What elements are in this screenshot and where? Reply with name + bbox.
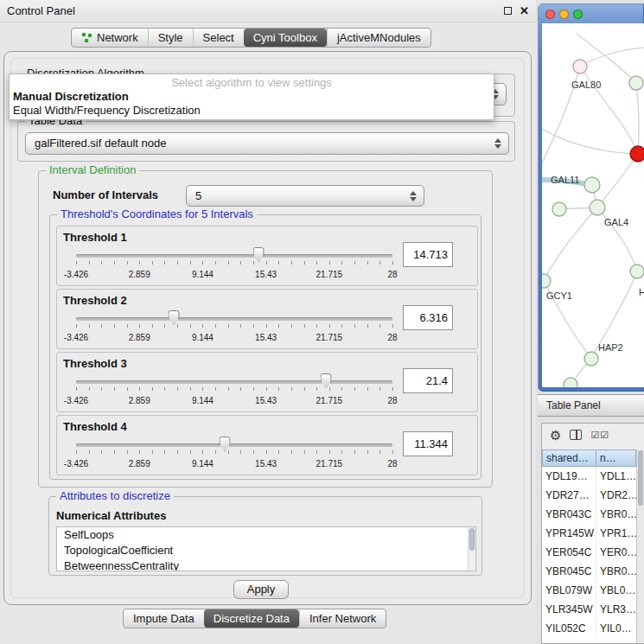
table-row[interactable]: YDR27…YDR2… [542,486,636,505]
columns-icon[interactable] [570,430,582,440]
threshold-slider[interactable] [76,373,392,394]
table-cell[interactable]: YPR145W [542,524,596,543]
slider-thumb[interactable] [220,437,231,451]
threshold-value-input[interactable] [403,368,453,393]
table-cell[interactable]: YBR0… [596,505,636,524]
table-cell[interactable]: YDR27… [542,486,596,505]
table-cell[interactable]: YBL0… [596,581,636,600]
number-of-intervals-combobox[interactable]: 5 [186,185,424,207]
table-cell[interactable]: YIL0… [596,619,636,638]
tab-cyni-toolbox[interactable]: Cyni Toolbox [244,29,327,47]
table-row[interactable]: YBL079WYBL0… [542,581,636,600]
slider-scale-label: 21.715 [316,396,343,405]
table-row[interactable]: YBR043CYBR0… [542,505,636,524]
mac-minimize-icon[interactable] [559,10,569,19]
table-row[interactable]: YLR345WYLR3… [542,600,636,619]
network-node[interactable] [564,378,577,387]
threshold-panels: Threshold 1 -3.4262.8599.14415.4321.7152… [56,226,478,475]
network-node[interactable] [584,352,598,366]
slider-scale-label: 21.715 [316,270,343,279]
table-row[interactable]: YIL052CYIL0… [542,619,636,638]
table-cell[interactable]: YIL052C [542,619,596,638]
attribute-item[interactable]: BetweennessCentrality [57,558,475,571]
tab-label: Infer Network [309,612,376,625]
control-panel-titlebar: Control Panel ✕ [0,0,536,22]
slider-scale-label: -3.426 [64,333,88,342]
network-node-selected[interactable] [630,146,644,162]
threshold-value-input[interactable] [403,305,453,330]
table-cell[interactable]: YLR345W [542,600,596,619]
tab-impute-data[interactable]: Impute Data [124,609,204,628]
threshold-slider[interactable] [76,310,392,331]
network-node[interactable] [552,202,566,216]
tab-style[interactable]: Style [148,29,193,47]
numerical-attributes-list[interactable]: SelfLoopsTopologicalCoefficientBetweenne… [56,526,476,571]
table-data-group: Table Data galFiltered.sif default node [17,121,515,162]
network-node[interactable] [590,200,605,215]
threshold-value-input[interactable] [403,431,453,456]
column-header-name[interactable]: n… [596,450,636,467]
network-graph[interactable]: GAL80 GAL11 GAL4 GCY1 HAP2 H [542,23,644,387]
table-cell[interactable]: YBR0… [596,562,636,581]
table-cell[interactable]: YDL19… [542,467,596,486]
threshold-slider[interactable] [76,247,392,268]
table-row[interactable]: YPR145WYPR1… [542,524,636,543]
tab-jactivemnodules[interactable]: jActiveMNodules [327,29,430,47]
network-canvas[interactable]: GAL80 GAL11 GAL4 GCY1 HAP2 H [542,23,644,387]
network-node[interactable] [573,60,587,73]
dropdown-option-equal-width-frequency[interactable]: Equal Width/Frequency Discretization [10,104,494,118]
attributes-scrollbar-thumb[interactable] [469,528,475,551]
attributes-scrollbar[interactable] [468,527,475,571]
slider-scale-label: 15.43 [255,396,277,405]
slider-thumb[interactable] [169,310,180,325]
dropdown-option-manual-discretization[interactable]: Manual Discretization [10,90,494,104]
attribute-item[interactable]: TopologicalCoefficient [57,543,475,558]
mac-close-icon[interactable] [545,10,555,19]
float-window-icon[interactable] [504,7,512,15]
table-cell[interactable]: YDR2… [596,486,636,505]
table-cell[interactable]: YPR1… [596,524,636,543]
table-data-combobox[interactable]: galFiltered.sif default node [25,132,509,155]
network-node[interactable] [629,76,643,90]
table-cell[interactable]: YER054C [542,543,596,562]
slider-scale: -3.4262.8599.14415.4321.71528 [76,333,392,343]
network-node[interactable] [584,177,600,193]
close-icon[interactable]: ✕ [520,5,529,16]
dropdown-placeholder-option[interactable]: Select algorithm to view settings [10,76,494,90]
slider-scale: -3.4262.8599.14415.4321.71528 [76,459,392,469]
gear-icon[interactable]: ⚙ [550,429,561,442]
apply-button[interactable]: Apply [233,580,289,599]
slider-thumb[interactable] [253,247,265,262]
table-scrollbar[interactable] [636,450,644,643]
threshold-title: Threshold 2 [63,294,127,307]
table-cell[interactable]: YBR043C [542,505,596,524]
table-scrollbar-thumb[interactable] [638,450,643,506]
slider-thumb[interactable] [321,373,332,388]
table-cell[interactable]: YLR3… [596,600,636,619]
window-traffic-lights [545,10,583,19]
table-row[interactable]: YBR045CYBR0… [542,562,636,581]
table-row[interactable]: YER054CYER0… [542,543,636,562]
slider-scale-label: 9.144 [192,270,214,279]
table-panel-header: Table Panel [538,394,644,417]
threshold-value-input[interactable] [403,242,453,267]
slider-scale-label: -3.426 [64,396,88,405]
tab-select[interactable]: Select [193,29,244,47]
tab-infer-network[interactable]: Infer Network [299,609,386,628]
threshold-slider[interactable] [76,437,392,457]
table-cell[interactable]: YBL079W [542,581,596,600]
attribute-item[interactable]: SelfLoops [57,527,475,543]
network-node[interactable] [542,274,551,288]
table-cell[interactable]: YBR045C [542,562,596,581]
network-node[interactable] [630,265,644,278]
table-cell[interactable]: YER0… [596,543,636,562]
node-label: GAL80 [571,80,601,90]
tab-label: Style [158,31,183,44]
tab-network[interactable]: Network [72,29,148,47]
select-columns-icon[interactable]: ☑☑ [590,430,609,441]
table-cell[interactable]: YDL1… [596,467,636,486]
table-row[interactable]: YDL19…YDL1… [542,467,636,486]
column-header-shared-name[interactable]: shared… [542,450,596,467]
tab-discretize-data[interactable]: Discretize Data [204,609,299,628]
mac-zoom-icon[interactable] [573,10,583,19]
